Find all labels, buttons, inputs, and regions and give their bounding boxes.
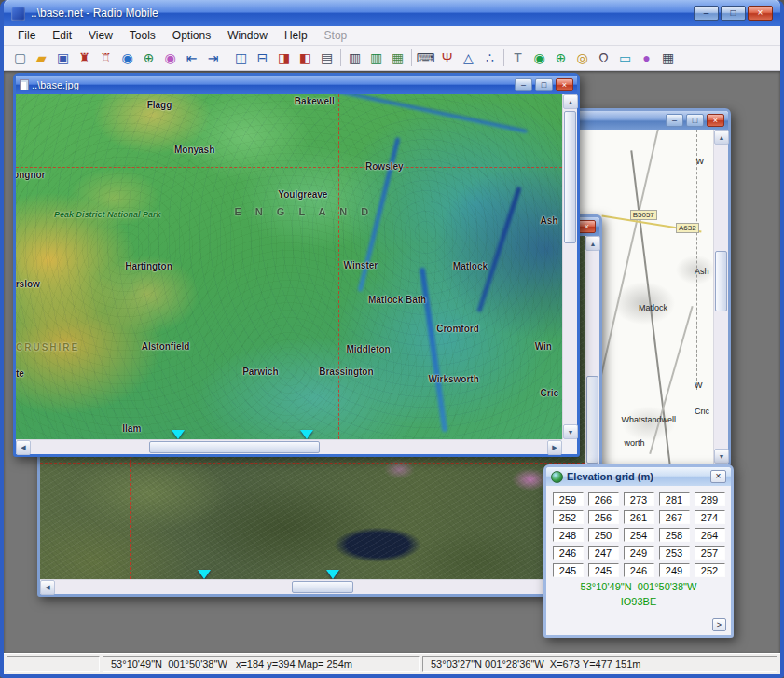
minimize-button[interactable]: – (515, 78, 532, 91)
grid-locator: IO93BE (546, 596, 731, 607)
net-globe-icon[interactable]: ◉ (529, 48, 550, 68)
menu-help[interactable]: Help (276, 27, 316, 44)
menu-file[interactable]: File (9, 27, 44, 44)
scroll-up-button[interactable]: ▲ (563, 94, 578, 109)
scroll-down-button[interactable]: ▼ (714, 449, 729, 464)
maximize-button[interactable]: □ (535, 78, 553, 91)
copy-icon[interactable]: ▥ (344, 48, 365, 68)
close-button[interactable]: × (707, 114, 724, 127)
print-icon[interactable]: ▤ (316, 48, 337, 68)
scroll-up-button[interactable]: ▲ (585, 236, 600, 251)
map-label: worth (625, 438, 645, 448)
elevation-cell: 245 (588, 563, 619, 577)
map-label: B5057 (630, 210, 657, 220)
expand-button[interactable]: > (712, 618, 726, 631)
map-label: te (16, 368, 24, 379)
calculator-icon[interactable]: ⌨ (415, 48, 436, 68)
close-button[interactable]: × (578, 220, 596, 233)
menu-edit[interactable]: Edit (44, 27, 80, 44)
scrollbar-thumb[interactable] (586, 376, 598, 464)
mobile-unit-icon[interactable]: ▭ (614, 48, 636, 68)
copy-picture-icon[interactable]: ▥ (365, 48, 387, 68)
elevation-cell: 289 (695, 492, 725, 506)
elevation-cell: 273 (624, 492, 654, 506)
split-horizontal-icon[interactable]: ⊟ (252, 48, 273, 68)
purple-ball-icon[interactable]: ● (636, 48, 657, 68)
scroll-left-button[interactable]: ◀ (40, 580, 55, 595)
horizontal-scrollbar[interactable]: ◀ ▶ (16, 439, 562, 454)
globe-grid-icon[interactable]: ⊕ (138, 48, 159, 68)
scrollbar-track[interactable] (714, 145, 728, 449)
unit-properties-icon[interactable]: ♖ (95, 48, 117, 68)
elevation-grid-icon[interactable]: ▦ (657, 48, 679, 68)
vertical-scrollbar[interactable]: ▲ ▼ (562, 94, 577, 439)
scrollbar-thumb[interactable] (564, 111, 576, 243)
maximize-button[interactable]: □ (721, 6, 746, 21)
map-label: Cric (695, 407, 709, 416)
river (420, 267, 448, 432)
new-picture-icon[interactable]: ▢ (9, 48, 31, 68)
scrollbar-track[interactable] (55, 580, 570, 594)
roadmap-titlebar[interactable]: – □ × (570, 111, 728, 130)
ringed-planet-icon[interactable]: ◎ (571, 48, 593, 68)
merge-edit-icon[interactable]: ◧ (295, 48, 316, 68)
unit-marker[interactable] (300, 430, 313, 439)
topo-map-titlebar[interactable]: ..\base.jpg – □ × (16, 76, 577, 94)
titlebar[interactable]: ..\base.net - Radio Mobile – □ × (4, 0, 780, 26)
network-properties-icon[interactable]: ♜ (74, 48, 95, 68)
scroll-down-button[interactable]: ▼ (563, 424, 578, 439)
scroll-up-button[interactable]: ▲ (714, 130, 729, 145)
minimize-button[interactable]: – (666, 114, 683, 127)
elevation-cell: 274 (695, 510, 725, 524)
menu-view[interactable]: View (80, 27, 121, 44)
world-map-icon[interactable]: ◉ (117, 48, 138, 68)
elevation-grid: 2592662732812892522562612672742482502542… (546, 492, 731, 577)
minimize-button[interactable]: – (694, 6, 719, 21)
close-button[interactable]: × (556, 78, 573, 91)
export-picture-icon[interactable]: ▦ (387, 48, 408, 68)
globe-pink-icon[interactable]: ◉ (159, 48, 181, 68)
horizontal-scrollbar[interactable]: ◀ ▶ (40, 579, 585, 594)
map-label: Wirksworth (428, 374, 478, 384)
last-picture-icon[interactable]: ⇥ (202, 48, 224, 68)
close-button[interactable]: × (748, 6, 773, 21)
topo-map-surface[interactable]: ongnorFlaggBakewellMonyashRowsleyYoulgre… (16, 94, 562, 439)
merge-picture-icon[interactable]: ◨ (273, 48, 295, 68)
scrollbar-track[interactable] (563, 109, 577, 424)
maximize-button[interactable]: □ (686, 114, 704, 127)
network-links-icon[interactable]: △ (458, 48, 479, 68)
elevation-titlebar[interactable]: Elevation grid (m) × (546, 467, 731, 486)
close-button[interactable]: × (710, 470, 726, 483)
unit-marker[interactable] (172, 430, 185, 439)
open-icon[interactable]: ▰ (31, 48, 52, 68)
split-vertical-icon[interactable]: ◫ (230, 48, 252, 68)
first-picture-icon[interactable]: ⇤ (181, 48, 202, 68)
route-globe-icon[interactable]: ⊕ (550, 48, 571, 68)
elevation-cell: 246 (553, 546, 584, 560)
menu-window[interactable]: Window (219, 27, 276, 44)
menu-tools[interactable]: Tools (121, 27, 164, 44)
coverage-dots-icon[interactable]: ∴ (479, 48, 501, 68)
menu-options[interactable]: Options (164, 27, 219, 44)
scrollbar-thumb[interactable] (715, 251, 727, 311)
map-label: arslow (16, 279, 40, 289)
map-label: Alstonfield (142, 341, 190, 352)
antenna-icon[interactable]: Ψ (436, 48, 458, 68)
scrollbar-track[interactable] (31, 440, 547, 454)
map-label: ongnor (16, 170, 46, 180)
unit-marker[interactable] (326, 570, 339, 579)
radio-mast-icon[interactable]: T (507, 48, 529, 68)
vertical-scrollbar[interactable]: ▲ ▼ (713, 130, 728, 464)
scroll-left-button[interactable]: ◀ (16, 440, 31, 455)
elevation-cell: 252 (695, 563, 725, 577)
unit-marker[interactable] (198, 570, 211, 579)
map-label: Ilam (122, 423, 141, 434)
elevation-cell: 253 (659, 546, 690, 560)
scrollbar-thumb[interactable] (292, 581, 353, 593)
scroll-right-button[interactable]: ▶ (547, 440, 562, 455)
elevation-cell: 267 (659, 510, 690, 524)
map-label: E N G L A N D (234, 206, 374, 217)
save-icon[interactable]: ▣ (52, 48, 74, 68)
scrollbar-thumb[interactable] (149, 441, 320, 453)
antenna-pattern-icon[interactable]: Ω (593, 48, 614, 68)
